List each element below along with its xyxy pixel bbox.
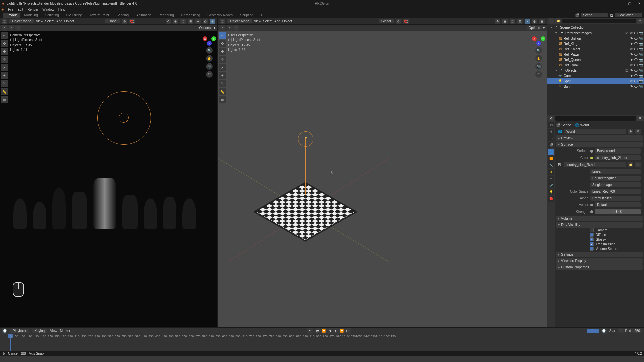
open-icon[interactable]: 📁 [628,162,633,167]
tab-layout[interactable]: Layout [3,13,20,18]
vp-menu-object[interactable]: Object [282,19,292,23]
tree-row[interactable]: 🖼Ref_Pawn👁🖵📷 [547,52,644,57]
select-mode-icon[interactable]: ▫ [15,25,21,31]
tree-row[interactable]: 🖼Ref_Queen👁🖵📷 [547,57,644,62]
camera-view-icon[interactable]: 📷 [206,63,213,70]
snap-icon[interactable]: 🧲 [129,19,135,24]
overlays-icon[interactable]: ◉ [502,19,508,24]
editor-type-icon[interactable]: ⬚ [2,19,7,24]
viewport-right[interactable]: ↖ ✛ ✥ ⟳ ⤢ ✦ ✎ 📏 ⊞ User Perspective (1) L… [218,31,547,327]
tab-shading[interactable]: Shading [113,13,132,18]
viewlayer-tab-icon[interactable]: 🖵 [548,135,554,141]
shading-wire-icon[interactable]: ⊞ [188,19,193,24]
tree-row[interactable]: 📷Camera👁🖵📷 [547,73,644,78]
color-texture[interactable]: country_club_2k.hdr [595,155,641,160]
scene-tab-icon[interactable]: 🎬 [548,142,554,148]
interpolation-select[interactable]: Linear [590,169,641,174]
panel-custom[interactable]: ▸Custom Properties [556,264,643,270]
gizmo-icon[interactable]: ✥ [166,19,171,24]
camera-view-icon[interactable]: 📷 [535,63,542,70]
material-tab-icon[interactable]: 🔴 [548,196,554,202]
ray-camera-check[interactable] [590,228,594,232]
mode-select[interactable]: Object Mode [227,19,252,23]
xray-icon[interactable]: ⬚ [180,19,186,24]
pan-icon[interactable]: ✋ [535,55,542,62]
strength-value[interactable]: 0.000 [595,209,641,214]
panel-settings[interactable]: ▸Settings [556,252,643,257]
tree-row[interactable]: ▾🗀Objects☑👁🖵📷 [547,68,644,73]
cursor-tool[interactable]: ✛ [1,40,8,47]
gizmo-icon[interactable]: ✥ [495,19,500,24]
tab-sculpting[interactable]: Sculpting [42,13,62,18]
tab-animation[interactable]: Animation [133,13,154,18]
shading-wire-icon[interactable]: ⊞ [517,19,523,24]
props-search[interactable] [555,116,636,121]
menu-render[interactable]: Render [27,8,38,11]
zoom-icon[interactable]: 🔍 [206,47,213,54]
unlink-icon[interactable]: ✕ [635,129,641,134]
ray-glossy-check[interactable]: ✓ [590,237,594,241]
persp-icon[interactable]: ⬚ [535,71,542,78]
orientation-select[interactable]: Global [379,19,394,23]
outliner-display-icon[interactable]: 📁 [555,18,561,24]
shading-solid-icon[interactable]: ● [195,19,201,24]
props-pin-icon[interactable]: ⚲ [637,116,643,121]
world-tab-icon[interactable]: 🌐 [548,149,554,155]
select-mode-icon[interactable]: ▫ [233,25,239,31]
vp-menu-object[interactable]: Object [64,19,74,23]
tab-modeling[interactable]: Modeling [21,13,41,18]
options-dropdown[interactable]: Options [198,26,212,30]
menu-window[interactable]: Window [42,8,54,11]
vp-menu-select[interactable]: Select [45,19,54,23]
select-mode-icon[interactable]: ▫ [227,25,232,31]
tree-row-selected[interactable]: 💡Spot👁🖵📷 [547,78,644,84]
mode-select[interactable]: Object Mode [9,19,34,23]
projection-select[interactable]: Equirectangular [590,176,641,181]
output-tab-icon[interactable]: 🖨 [548,129,554,135]
shading-rendered-icon[interactable]: ◉ [539,19,545,24]
vp-menu-view[interactable]: View [36,19,43,23]
panel-vpdisplay[interactable]: ▸Viewport Display [556,258,643,264]
image-datablock[interactable]: country_club_2k.hdr [564,162,626,167]
menu-help[interactable]: Help [58,8,65,11]
tree-row[interactable]: ▾🗀 Scene Collection [547,25,644,30]
light-point[interactable] [305,137,307,139]
annotate-tool[interactable]: ✎ [1,80,8,87]
vector-input[interactable]: Default [595,202,641,207]
tree-row[interactable]: ☀Sun👁🖵📷 [547,84,644,89]
pivot-icon[interactable]: ⊙ [122,19,127,24]
snap-icon[interactable]: 🧲 [403,19,409,24]
tree-row[interactable]: 🖼Ref_Bishop👁🖵📷 [547,36,644,41]
pivot-icon[interactable]: ⊙ [396,19,401,24]
viewlayer-name[interactable]: ViewLayer [615,13,642,17]
nav-gizmo[interactable]: X Y Z [203,32,216,46]
alpha-select[interactable]: Premultiplied [590,196,641,201]
outliner-search[interactable] [562,19,636,23]
tl-menu-view[interactable]: View [50,329,57,333]
tl-menu-marker[interactable]: Marker [60,329,70,333]
vp-menu-add[interactable]: Add [56,19,62,23]
pan-icon[interactable]: ✋ [206,55,213,62]
orientation-select[interactable]: Global [105,19,120,23]
tree-row[interactable]: ▾🗀ReferenceImages☑👁🖵📷 [547,30,644,36]
menu-file[interactable]: File [8,8,13,11]
maximize-button[interactable]: ▢ [627,2,632,5]
outliner-mode-icon[interactable]: ☰ [549,18,554,24]
xray-icon[interactable]: ⬚ [510,19,515,24]
tab-geonodes[interactable]: Geometry Nodes [204,13,236,18]
tweak-tool[interactable]: ↖ [1,32,8,39]
autokey-icon[interactable]: ● [307,328,313,334]
tree-row[interactable]: 🖼Ref_Rook👁🖵📷 [547,62,644,68]
minimize-button[interactable]: — [616,2,622,5]
end-frame[interactable]: 250 [632,329,642,333]
vp-menu-add[interactable]: Add [274,19,280,23]
ray-diffuse-check[interactable]: ✓ [590,233,594,237]
zoom-icon[interactable]: 🔍 [535,47,542,54]
panel-ray[interactable]: ▾Ray Visibility [556,222,643,228]
outliner-tree[interactable]: ▾🗀 Scene Collection ▾🗀ReferenceImages☑👁🖵… [547,24,644,115]
data-tab-icon[interactable]: 💡 [548,189,554,195]
play-reverse-icon[interactable]: ◀ [327,328,333,334]
tab-rendering[interactable]: Rendering [155,13,177,18]
editor-type-icon[interactable]: ⬚ [220,19,225,24]
modifier-tab-icon[interactable]: 🔧 [548,162,554,168]
